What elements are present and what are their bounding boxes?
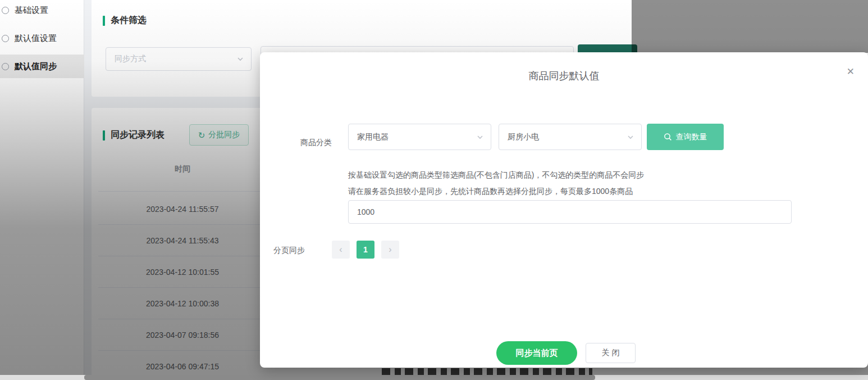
page-size-input[interactable] [348, 200, 792, 224]
records-section-title: 同步记录列表 [103, 129, 165, 141]
filter-section-title-text: 条件筛选 [111, 15, 147, 26]
sidebar-item-label: 基础设置 [15, 5, 48, 16]
dialog-title: 商品同步默认值 [260, 69, 868, 83]
help-text-line1: 按基础设置勾选的商品类型筛选商品(不包含门店商品)，不勾选的类型的商品不会同步 [348, 170, 644, 180]
category-level1-value: 家用电器 [357, 132, 389, 142]
sidebar-item-label: 默认值同步 [15, 61, 57, 72]
sidebar-item-label: 默认值设置 [15, 33, 57, 44]
chevron-down-icon [627, 133, 634, 141]
screen: 基础设置 默认值设置 默认值同步 条件筛选 同步方式 [0, 0, 868, 380]
dialog-close-button[interactable]: 关 闭 [586, 343, 636, 363]
refresh-icon: ↻ [198, 131, 205, 139]
radio-icon [2, 63, 9, 70]
sidebar-item-default-value-sync[interactable]: 默认值同步 [0, 55, 84, 78]
pagination-next-button[interactable]: › [381, 241, 399, 259]
help-text-line2: 请在服务器负担较小是同步，先统计商品数再选择分批同步，每页最多1000条商品 [348, 187, 633, 197]
batch-sync-button-label: 分批同步 [208, 130, 240, 140]
batch-sync-button[interactable]: ↻ 分批同步 [189, 124, 249, 146]
table-header-time: 时间 [98, 164, 267, 174]
sidebar-item-default-value-settings[interactable]: 默认值设置 [0, 28, 84, 48]
sidebar-item-basic-settings[interactable]: 基础设置 [0, 0, 84, 20]
table-row: 2023-04-24 11:55:57 [98, 193, 267, 225]
scrollbar-thumb[interactable] [84, 375, 595, 380]
pagination-label: 分页同步 [273, 246, 305, 256]
sync-method-select[interactable]: 同步方式 [106, 47, 252, 71]
table-row: 2023-04-24 11:55:43 [98, 225, 267, 256]
horizontal-scrollbar[interactable] [0, 375, 868, 380]
radio-icon [2, 35, 9, 42]
section-accent-bar [103, 130, 105, 141]
pagination-prev-button[interactable]: ‹ [332, 241, 350, 259]
sidebar: 基础设置 默认值设置 默认值同步 [0, 0, 84, 380]
table-row: 2023-04-12 10:00:38 [98, 288, 267, 319]
category-level2-value: 厨房小电 [508, 132, 539, 142]
category-label: 商品分类 [300, 138, 332, 148]
query-quantity-label: 查询数量 [676, 132, 707, 142]
clipped-text-artifact [382, 368, 592, 375]
table-row: 2023-04-07 09:18:56 [98, 319, 267, 351]
category-level2-select[interactable]: 厨房小电 [499, 124, 642, 150]
record-rows: 2023-04-24 11:55:572023-04-24 11:55:4320… [98, 193, 267, 380]
records-section-title-text: 同步记录列表 [111, 129, 165, 141]
close-icon[interactable]: ✕ [847, 67, 855, 76]
pagination-page-1[interactable]: 1 [357, 241, 374, 259]
sync-current-page-button[interactable]: 同步当前页 [496, 341, 577, 365]
chevron-right-icon: › [389, 245, 391, 255]
section-accent-bar [103, 16, 105, 26]
chevron-left-icon: ‹ [339, 245, 342, 255]
sync-method-placeholder: 同步方式 [115, 54, 146, 64]
product-sync-defaults-dialog: 商品同步默认值 ✕ 商品分类 家用电器 厨房小电 查询数量 按基础设置勾选的商品… [260, 52, 868, 368]
chevron-down-icon [476, 133, 484, 141]
search-icon [664, 133, 672, 141]
query-quantity-button[interactable]: 查询数量 [647, 124, 724, 150]
category-level1-select[interactable]: 家用电器 [348, 124, 491, 150]
chevron-down-icon [236, 55, 244, 63]
filter-section-title: 条件筛选 [103, 15, 147, 26]
table-row: 2023-04-12 10:01:55 [98, 256, 267, 288]
radio-icon [2, 7, 9, 14]
